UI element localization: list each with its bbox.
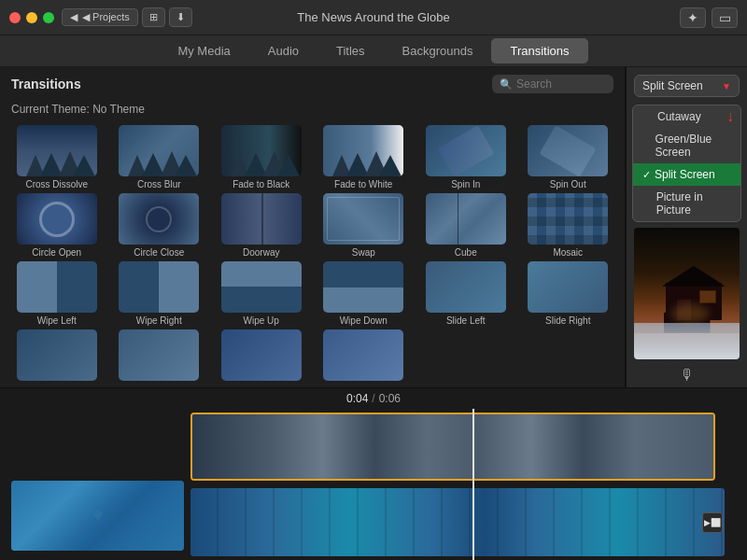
transition-label-swap: Swap (352, 247, 375, 258)
transitions-panel: Transitions 🔍 Current Theme: No Theme Cr… (0, 67, 626, 387)
transition-thumb-slide-left (426, 261, 506, 313)
current-time: 0:04 (346, 392, 368, 405)
current-theme-label: Current Theme: No Theme (0, 101, 625, 121)
download-button[interactable]: ⬇ (169, 7, 192, 27)
transition-wipe-down[interactable]: Wipe Down (315, 261, 414, 326)
tab-my-media[interactable]: My Media (159, 38, 248, 63)
tracks-area: ▶⬜ (187, 409, 747, 560)
menu-item-green-blue-screen[interactable]: Green/Blue Screen (633, 128, 740, 163)
transition-label-fade-to-black: Fade to Black (233, 179, 289, 189)
transition-mosaic[interactable]: Mosaic (519, 193, 618, 258)
tab-backgrounds[interactable]: Backgrounds (384, 38, 492, 63)
projects-button[interactable]: ◀ ◀ Projects (62, 8, 138, 26)
clip-export-icon: ▶⬜ (702, 512, 723, 533)
transition-thumb-wipe-down (323, 261, 403, 313)
transition-wipe-up[interactable]: Wipe Up (212, 261, 311, 326)
mic-button[interactable]: 🎙 (627, 363, 747, 387)
transition-spin-out[interactable]: Spin Out (519, 125, 618, 189)
search-input[interactable] (516, 77, 600, 91)
clip-top[interactable] (190, 413, 715, 481)
transition-thumb-fade-white (323, 125, 403, 176)
transition-thumb-spin-out (528, 125, 608, 176)
transition-thumb-cube (426, 193, 506, 245)
playhead[interactable] (472, 409, 474, 560)
transition-label-cube: Cube (455, 247, 477, 258)
transitions-grid: Cross Dissolve Cross Blur Fade to Black … (0, 121, 625, 387)
close-button[interactable] (9, 12, 21, 23)
transition-thumb-swap (323, 193, 403, 245)
transition-thumb-wipe-right (119, 261, 199, 313)
transition-cross-dissolve[interactable]: Cross Dissolve (7, 125, 106, 189)
timeline-header: 0:04 / 0:06 (0, 388, 747, 409)
transition-thumb-extra-3 (221, 329, 302, 381)
tab-transitions[interactable]: Transitions (491, 38, 587, 63)
export-icon: ▶⬜ (704, 518, 721, 527)
transition-circle-open[interactable]: Circle Open (7, 193, 106, 258)
transitions-title: Transitions (11, 77, 81, 91)
transition-label-spin-in: Spin In (451, 179, 480, 189)
transition-extra-1[interactable] (7, 329, 106, 384)
nav-tabs: My Media Audio Titles Backgrounds Transi… (0, 35, 747, 67)
transition-wipe-left[interactable]: Wipe Left (7, 261, 106, 326)
menu-label-green-blue: Green/Blue Screen (655, 133, 731, 159)
timeline-section: 0:04 / 0:06 🌍 (0, 387, 747, 560)
transition-thumb-circle-close (119, 193, 199, 245)
timeline: 🌍 ▶⬜ (0, 409, 747, 560)
magic-wand-button[interactable]: ✦ (680, 7, 706, 28)
transition-thumb-circle-open (17, 193, 97, 245)
transition-slide-left[interactable]: Slide Left (416, 261, 515, 326)
transition-circle-close[interactable]: Circle Close (110, 193, 209, 258)
transition-slide-right[interactable]: Slide Right (519, 261, 618, 326)
total-time: 0:06 (379, 392, 401, 405)
menu-item-cutaway[interactable]: Cutaway (633, 105, 740, 128)
search-box[interactable]: 🔍 (492, 75, 613, 93)
preview-area (634, 228, 740, 359)
menu-label-pip: Picture in Picture (656, 190, 731, 217)
grid-view-button[interactable]: ⊞ (142, 7, 165, 27)
tab-titles[interactable]: Titles (317, 38, 384, 63)
transition-label-mosaic: Mosaic (553, 247, 583, 258)
menu-item-split-screen[interactable]: ✓ Split Screen (633, 163, 740, 186)
clip-bottom[interactable]: ▶⬜ (190, 488, 725, 556)
menu-check-split-screen: ✓ (642, 169, 651, 181)
transition-label-wipe-down: Wipe Down (340, 315, 388, 326)
maximize-button[interactable] (43, 12, 54, 23)
view-mode-dropdown[interactable]: Split Screen ▼ (634, 75, 740, 97)
transition-label-wipe-left: Wipe Left (37, 315, 77, 326)
right-panel: Split Screen ▼ ↓ Cutaway Green/Blue Scre… (626, 67, 747, 387)
transition-fade-to-white[interactable]: Fade to White (315, 125, 414, 189)
transition-thumb-doorway (221, 193, 302, 245)
menu-label-cutaway: Cutaway (657, 110, 701, 123)
transition-extra-4[interactable] (315, 329, 414, 384)
transition-cross-blur[interactable]: Cross Blur (110, 125, 209, 189)
red-arrow-indicator: ↓ (726, 108, 734, 125)
transition-doorway[interactable]: Doorway (212, 193, 311, 258)
fullscreen-button[interactable]: ▭ (712, 7, 738, 28)
map-thumbnail: 🌍 (11, 481, 184, 551)
time-separator: / (372, 392, 374, 405)
transition-spin-in[interactable]: Spin In (416, 125, 515, 189)
transition-extra-2[interactable] (110, 329, 209, 384)
transition-label-slide-left: Slide Left (446, 315, 486, 326)
transition-extra-3[interactable] (212, 329, 311, 384)
transition-label-circle-close: Circle Close (134, 247, 184, 258)
transition-thumb-mosaic (528, 193, 608, 245)
transition-thumb-fade-black (221, 125, 302, 176)
transition-wipe-right[interactable]: Wipe Right (110, 261, 209, 326)
transition-fade-to-black[interactable]: Fade to Black (212, 125, 311, 189)
track-row-top (187, 409, 747, 484)
dropdown-menu: Cutaway Green/Blue Screen ✓ Split Screen… (632, 105, 741, 222)
dropdown-label: Split Screen (642, 79, 703, 92)
menu-item-picture-in-picture[interactable]: Picture in Picture (633, 186, 740, 221)
transition-label-spin-out: Spin Out (550, 179, 586, 189)
dropdown-arrow-icon: ▼ (722, 81, 731, 91)
minimize-button[interactable] (26, 12, 37, 23)
tab-audio[interactable]: Audio (249, 38, 317, 63)
main-layout: Transitions 🔍 Current Theme: No Theme Cr… (0, 67, 747, 387)
mic-icon: 🎙 (680, 367, 695, 384)
search-icon: 🔍 (500, 78, 513, 91)
transition-cube[interactable]: Cube (416, 193, 515, 258)
preview-image (634, 228, 740, 359)
transition-swap[interactable]: Swap (315, 193, 414, 258)
transition-thumb-wipe-left (17, 261, 97, 313)
